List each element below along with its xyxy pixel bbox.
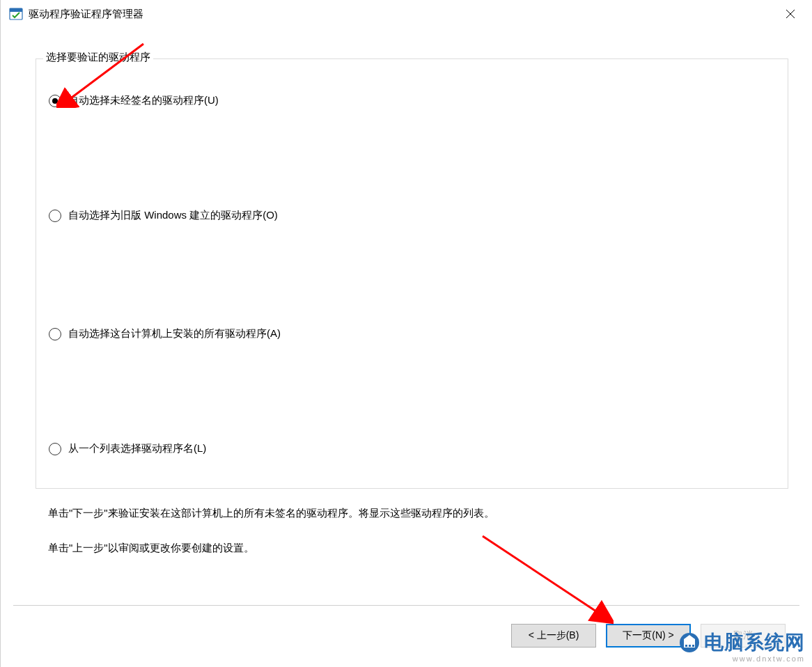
button-row: < 上一步(B) 下一页(N) > 取消 bbox=[511, 624, 786, 648]
next-button[interactable]: 下一页(N) > bbox=[606, 624, 691, 648]
title-bar: 驱动程序验证程序管理器 bbox=[1, 0, 812, 28]
svg-rect-1 bbox=[10, 8, 22, 12]
radio-unsigned-drivers[interactable]: 自动选择未经签名的驱动程序(U) bbox=[49, 94, 219, 107]
radio-icon bbox=[49, 328, 61, 340]
radio-icon bbox=[49, 443, 61, 455]
radio-icon bbox=[49, 95, 61, 107]
separator-line bbox=[13, 605, 799, 606]
dialog-window: 驱动程序验证程序管理器 选择要验证的驱动程序 自动选择未经签名的驱动程序(U) … bbox=[0, 0, 812, 667]
group-legend: 选择要验证的驱动程序 bbox=[43, 51, 153, 64]
radio-label: 自动选择为旧版 Windows 建立的驱动程序(O) bbox=[68, 209, 278, 222]
close-icon bbox=[786, 10, 795, 18]
help-line-2: 单击"上一步"以审阅或更改你要创建的设置。 bbox=[48, 542, 254, 555]
radio-icon bbox=[49, 210, 61, 222]
driver-select-group: 选择要验证的驱动程序 自动选择未经签名的驱动程序(U) 自动选择为旧版 Wind… bbox=[36, 58, 788, 489]
radio-label: 自动选择这台计算机上安装的所有驱动程序(A) bbox=[68, 327, 281, 340]
content-area: 选择要验证的驱动程序 自动选择未经签名的驱动程序(U) 自动选择为旧版 Wind… bbox=[13, 28, 799, 667]
radio-all-installed-drivers[interactable]: 自动选择这台计算机上安装的所有驱动程序(A) bbox=[49, 327, 281, 340]
radio-label: 从一个列表选择驱动程序名(L) bbox=[68, 442, 206, 455]
radio-label: 自动选择未经签名的驱动程序(U) bbox=[68, 94, 219, 107]
app-icon bbox=[9, 8, 23, 20]
cancel-button: 取消 bbox=[701, 624, 786, 648]
close-button[interactable] bbox=[774, 3, 806, 25]
radio-select-from-list[interactable]: 从一个列表选择驱动程序名(L) bbox=[49, 442, 206, 455]
radio-older-windows-drivers[interactable]: 自动选择为旧版 Windows 建立的驱动程序(O) bbox=[49, 209, 278, 222]
window-title: 驱动程序验证程序管理器 bbox=[29, 8, 774, 21]
help-line-1: 单击"下一步"来验证安装在这部计算机上的所有未签名的驱动程序。将显示这些驱动程序… bbox=[48, 507, 494, 520]
back-button[interactable]: < 上一步(B) bbox=[511, 624, 596, 648]
